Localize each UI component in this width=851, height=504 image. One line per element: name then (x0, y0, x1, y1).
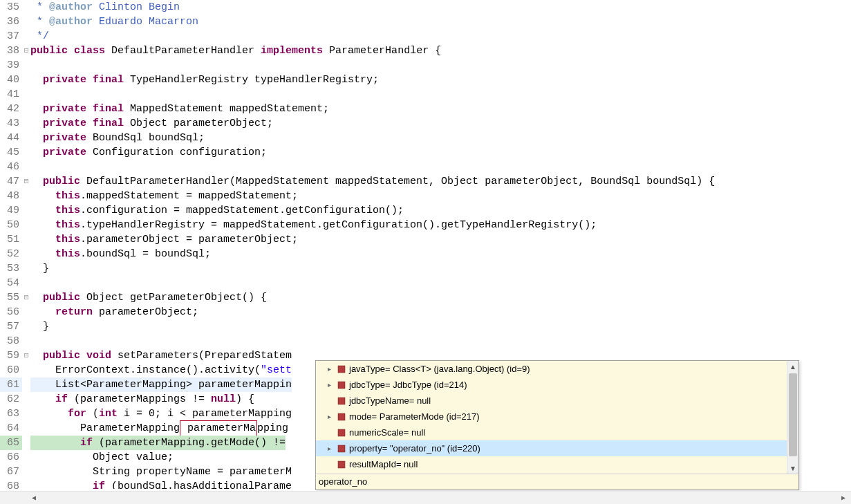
code-line[interactable]: 56 return parameterObject; (0, 305, 851, 319)
variable-row[interactable]: jdbcTypeName= null (316, 393, 798, 409)
expand-arrow-icon[interactable]: ▸ (324, 365, 334, 373)
code-line[interactable]: 50 this.typeHandlerRegistry = mappedStat… (0, 218, 851, 232)
code-text[interactable]: public Object getParameterObject() { (30, 290, 267, 305)
code-line[interactable]: 58 (0, 334, 851, 348)
code-text[interactable]: ParameterMapping parameterMapping (30, 421, 294, 436)
variable-row[interactable]: ▸property= "operator_no" (id=220) (316, 440, 798, 456)
code-text[interactable]: this.parameterObject = parameterObject; (30, 232, 298, 247)
line-number: 53 (0, 261, 22, 276)
code-text[interactable]: if (boundSql.hasAdditionalParame (30, 479, 292, 489)
fold-toggle-icon (22, 87, 30, 102)
code-line[interactable]: 45 private Configuration configuration; (0, 145, 851, 160)
code-text[interactable]: this.mappedStatement = mappedStatement; (30, 189, 298, 203)
code-line[interactable]: 52 this.boundSql = boundSql; (0, 247, 851, 261)
line-number: 36 (0, 15, 22, 29)
line-number: 37 (0, 29, 22, 44)
fold-toggle-icon (22, 334, 30, 348)
fold-toggle-icon (22, 189, 30, 203)
line-number: 65 (0, 436, 22, 450)
code-text[interactable]: this.boundSql = boundSql; (30, 247, 211, 261)
line-number: 41 (0, 87, 22, 102)
variable-row[interactable]: ▸javaType= Class<T> (java.lang.Object) (… (316, 361, 798, 377)
code-line[interactable]: 46 (0, 160, 851, 174)
code-text[interactable]: Object value; (30, 450, 174, 465)
expand-arrow-icon[interactable]: ▸ (324, 381, 334, 389)
code-line[interactable]: 47⊟ public DefaultParameterHandler(Mappe… (0, 174, 851, 189)
line-number: 56 (0, 305, 22, 319)
fold-toggle-icon[interactable]: ⊟ (22, 174, 30, 189)
fold-toggle-icon (22, 305, 30, 319)
code-text[interactable]: this.configuration = mappedStatement.get… (30, 203, 404, 218)
scroll-thumb[interactable] (789, 373, 797, 456)
code-text[interactable]: * @author Clinton Begin (30, 0, 180, 15)
line-number: 51 (0, 232, 22, 247)
fold-toggle-icon (22, 116, 30, 131)
line-number: 68 (0, 479, 22, 489)
code-line[interactable]: 38⊟public class DefaultParameterHandler … (0, 44, 851, 58)
code-text[interactable]: private final MappedStatement mappedStat… (30, 102, 329, 116)
horizontal-scrollbar[interactable]: ◀ ▶ (0, 491, 851, 504)
code-line[interactable]: 55⊟ public Object getParameterObject() { (0, 290, 851, 305)
code-line[interactable]: 35 * @author Clinton Begin (0, 0, 851, 15)
popup-detail-field[interactable]: operator_no (316, 474, 798, 489)
variable-row[interactable]: resultMapId= null (316, 456, 798, 472)
variable-label: resultMapId= null (349, 459, 418, 469)
code-text[interactable]: * @author Eduardo Macarron (30, 15, 198, 29)
code-text[interactable]: private final TypeHandlerRegistry typeHa… (30, 73, 379, 87)
scroll-left-arrow-icon[interactable]: ◀ (28, 492, 40, 504)
code-line[interactable]: 48 this.mappedStatement = mappedStatemen… (0, 189, 851, 203)
code-line[interactable]: 41 (0, 87, 851, 102)
code-line[interactable]: 36 * @author Eduardo Macarron (0, 15, 851, 29)
code-line[interactable]: 39 (0, 58, 851, 73)
code-line[interactable]: 42 private final MappedStatement mappedS… (0, 102, 851, 116)
line-number: 43 (0, 116, 22, 131)
code-text[interactable]: if (parameterMapping.getMode() != (30, 436, 286, 450)
line-number: 46 (0, 160, 22, 174)
code-text[interactable]: private final Object parameterObject; (30, 116, 273, 131)
fold-toggle-icon[interactable]: ⊟ (22, 44, 30, 58)
scroll-right-arrow-icon[interactable]: ▶ (837, 492, 850, 504)
code-line[interactable]: 51 this.parameterObject = parameterObjec… (0, 232, 851, 247)
code-text[interactable]: private BoundSql boundSql; (30, 131, 205, 145)
code-text[interactable]: for (int i = 0; i < parameterMapping (30, 407, 292, 421)
line-number: 57 (0, 319, 22, 334)
code-line[interactable]: 40 private final TypeHandlerRegistry typ… (0, 73, 851, 87)
variable-row[interactable]: ▸jdbcType= JdbcType (id=214) (316, 377, 798, 393)
code-line[interactable]: 53 } (0, 261, 851, 276)
code-text[interactable]: String propertyName = parameterM (30, 465, 292, 479)
field-icon (337, 412, 346, 422)
code-line[interactable]: 57 } (0, 319, 851, 334)
code-text[interactable]: if (parameterMappings != null) { (30, 392, 254, 407)
code-text[interactable]: } (30, 319, 49, 334)
code-line[interactable]: 37 */ (0, 29, 851, 44)
variable-label: jdbcType= JdbcType (id=214) (349, 380, 467, 390)
code-text[interactable]: List<ParameterMapping> parameterMappin (30, 377, 292, 392)
fold-toggle-icon[interactable]: ⊟ (22, 348, 30, 363)
code-text[interactable]: public class DefaultParameterHandler imp… (30, 44, 441, 58)
code-text[interactable]: return parameterObject; (30, 305, 198, 319)
popup-scrollbar[interactable]: ▲ ▼ (787, 361, 798, 474)
variable-tree[interactable]: ▸javaType= Class<T> (java.lang.Object) (… (316, 361, 798, 474)
code-text[interactable]: private Configuration configuration; (30, 145, 267, 160)
code-text[interactable]: public DefaultParameterHandler(MappedSta… (30, 174, 715, 189)
code-text[interactable]: ErrorContext.instance().activity("sett (30, 363, 292, 377)
fold-toggle-icon[interactable]: ⊟ (22, 290, 30, 305)
scroll-down-arrow-icon[interactable]: ▼ (787, 463, 798, 474)
code-text[interactable]: */ (30, 29, 49, 44)
code-line[interactable]: 44 private BoundSql boundSql; (0, 131, 851, 145)
variable-row[interactable]: numericScale= null (316, 424, 798, 440)
code-text[interactable]: } (30, 261, 49, 276)
code-line[interactable]: 54 (0, 276, 851, 290)
expand-arrow-icon[interactable]: ▸ (324, 445, 334, 452)
scroll-up-arrow-icon[interactable]: ▲ (787, 361, 798, 372)
line-number: 44 (0, 131, 22, 145)
code-text[interactable]: this.typeHandlerRegistry = mappedStateme… (30, 218, 597, 232)
variable-row[interactable]: ▸mode= ParameterMode (id=217) (316, 409, 798, 424)
svg-rect-6 (338, 461, 345, 468)
code-line[interactable]: 49 this.configuration = mappedStatement.… (0, 203, 851, 218)
expand-arrow-icon[interactable]: ▸ (324, 413, 334, 420)
code-text[interactable]: public void setParameters(PreparedStatem (30, 348, 292, 363)
code-line[interactable]: 43 private final Object parameterObject; (0, 116, 851, 131)
fold-toggle-icon (22, 58, 30, 73)
variable-row[interactable]: ▸typeHandler= UnknownTypeHandler (id=127… (316, 472, 798, 474)
